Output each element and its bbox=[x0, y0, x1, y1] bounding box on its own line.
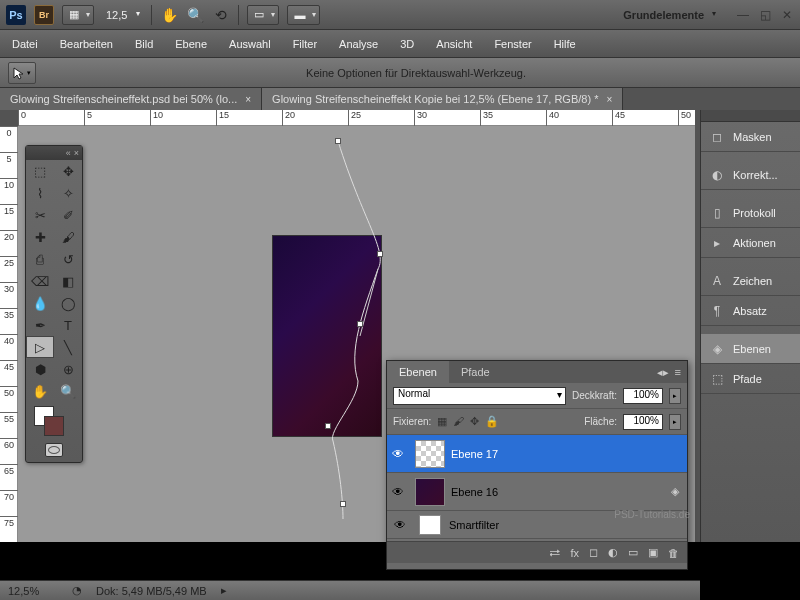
color-swatches[interactable] bbox=[26, 402, 82, 438]
eraser-tool[interactable]: ⌫ bbox=[26, 270, 54, 292]
layers-panel[interactable]: Ebenen Pfade ◂▸≡ Normal Deckkraft: 100% … bbox=[386, 360, 688, 570]
menu-hilfe[interactable]: Hilfe bbox=[554, 38, 576, 50]
tools-panel-header[interactable]: «× bbox=[26, 146, 82, 160]
dock-korrekt[interactable]: ◐Korrekt... bbox=[701, 160, 800, 190]
fill-slider[interactable]: ▸ bbox=[669, 414, 681, 430]
menu-3d[interactable]: 3D bbox=[400, 38, 414, 50]
pen-tool[interactable]: ✒ bbox=[26, 314, 54, 336]
bridge-logo[interactable]: Br bbox=[34, 5, 54, 25]
hand-tool[interactable]: ✋ bbox=[26, 380, 54, 402]
status-info-icon[interactable]: ◔ bbox=[72, 584, 82, 597]
status-menu-icon[interactable]: ▸ bbox=[221, 584, 227, 597]
fill-input[interactable]: 100% bbox=[623, 414, 663, 430]
tab-ebenen[interactable]: Ebenen bbox=[387, 361, 449, 383]
trash-icon[interactable]: 🗑 bbox=[668, 547, 679, 559]
layer-row[interactable]: 👁 Ebene 17 bbox=[387, 435, 687, 473]
anchor-point[interactable] bbox=[325, 423, 331, 429]
menu-filter[interactable]: Filter bbox=[293, 38, 317, 50]
menu-analyse[interactable]: Analyse bbox=[339, 38, 378, 50]
adjustment-icon[interactable]: ◐ bbox=[608, 546, 618, 559]
menu-bearbeiten[interactable]: Bearbeiten bbox=[60, 38, 113, 50]
arrange-dropdown[interactable]: ▭ bbox=[247, 5, 279, 25]
tab-pfade[interactable]: Pfade bbox=[449, 361, 502, 383]
vertical-ruler[interactable]: 0 5 10 15 20 25 30 35 40 45 50 55 60 65 … bbox=[0, 126, 18, 542]
zoom-dropdown[interactable]: 12,5 bbox=[102, 9, 143, 21]
add-mask-icon[interactable]: ◻ bbox=[589, 546, 598, 559]
panel-menu-icon[interactable]: ≡ bbox=[675, 366, 681, 379]
dock-absatz[interactable]: ¶Absatz bbox=[701, 296, 800, 326]
path-select-tool[interactable]: ▷ bbox=[26, 336, 54, 358]
tab-close-icon[interactable]: × bbox=[245, 94, 251, 105]
quickmask-toggle[interactable] bbox=[26, 438, 82, 462]
photoshop-logo[interactable]: Ps bbox=[6, 5, 26, 25]
dock-protokoll[interactable]: ▯Protokoll bbox=[701, 198, 800, 228]
horizontal-ruler[interactable]: 0 5 10 15 20 25 30 35 40 45 50 bbox=[18, 110, 695, 126]
layout-dropdown[interactable]: ▦ bbox=[62, 5, 94, 25]
line-tool[interactable]: ╲ bbox=[54, 336, 82, 358]
3d-camera-tool[interactable]: ⊕ bbox=[54, 358, 82, 380]
lock-position-icon[interactable]: ✥ bbox=[470, 415, 479, 428]
history-tool[interactable]: ↺ bbox=[54, 248, 82, 270]
hand-icon[interactable]: ✋ bbox=[160, 6, 178, 24]
filter-mask-thumb[interactable] bbox=[419, 515, 441, 535]
lock-pixels-icon[interactable]: 🖌 bbox=[453, 415, 464, 428]
tab-close-icon[interactable]: × bbox=[606, 94, 612, 105]
current-tool-picker[interactable] bbox=[8, 62, 36, 84]
zoom-tool[interactable]: 🔍 bbox=[54, 380, 82, 402]
dock-grip[interactable] bbox=[701, 110, 800, 122]
gradient-tool[interactable]: ◧ bbox=[54, 270, 82, 292]
opacity-input[interactable]: 100% bbox=[623, 388, 663, 404]
new-layer-icon[interactable]: ▣ bbox=[648, 546, 658, 559]
status-zoom[interactable]: 12,5% bbox=[8, 585, 58, 597]
layer-name[interactable]: Ebene 17 bbox=[451, 448, 687, 460]
brush-tool[interactable]: 🖌 bbox=[54, 226, 82, 248]
dock-zeichen[interactable]: AZeichen bbox=[701, 266, 800, 296]
layer-thumbnail[interactable] bbox=[415, 440, 445, 468]
blur-tool[interactable]: 💧 bbox=[26, 292, 54, 314]
crop-tool[interactable]: ✂ bbox=[26, 204, 54, 226]
group-icon[interactable]: ▭ bbox=[628, 546, 638, 559]
menu-datei[interactable]: Datei bbox=[12, 38, 38, 50]
lock-transparency-icon[interactable]: ▦ bbox=[437, 415, 447, 428]
menu-ansicht[interactable]: Ansicht bbox=[436, 38, 472, 50]
wand-tool[interactable]: ✧ bbox=[54, 182, 82, 204]
layer-thumbnail[interactable] bbox=[415, 478, 445, 506]
anchor-point[interactable] bbox=[340, 501, 346, 507]
dock-masken[interactable]: ◻Masken bbox=[701, 122, 800, 152]
layer-row[interactable]: 👁 Ebene 16 ◈ bbox=[387, 473, 687, 511]
anchor-point[interactable] bbox=[377, 251, 383, 257]
blend-mode-dropdown[interactable]: Normal bbox=[393, 387, 566, 405]
dock-ebenen[interactable]: ◈Ebenen bbox=[701, 334, 800, 364]
zoom-icon[interactable]: 🔍 bbox=[186, 6, 204, 24]
3d-tool[interactable]: ⬢ bbox=[26, 358, 54, 380]
link-layers-icon[interactable]: ⮂ bbox=[549, 547, 560, 559]
lasso-tool[interactable]: ⌇ bbox=[26, 182, 54, 204]
move-tool[interactable]: ✥ bbox=[54, 160, 82, 182]
eyedropper-tool[interactable]: ✐ bbox=[54, 204, 82, 226]
workspace-switcher[interactable]: Grundelemente bbox=[623, 9, 718, 21]
menu-bild[interactable]: Bild bbox=[135, 38, 153, 50]
fx-icon[interactable]: fx bbox=[570, 547, 579, 559]
visibility-icon[interactable]: 👁 bbox=[389, 518, 411, 532]
anchor-point[interactable] bbox=[357, 321, 363, 327]
panel-collapse-icon[interactable]: ◂▸ bbox=[657, 366, 669, 379]
marquee-tool[interactable]: ⬚ bbox=[26, 160, 54, 182]
menu-auswahl[interactable]: Auswahl bbox=[229, 38, 271, 50]
screen-dropdown[interactable]: ▬ bbox=[287, 5, 320, 25]
anchor-point[interactable] bbox=[335, 138, 341, 144]
visibility-icon[interactable]: 👁 bbox=[387, 447, 409, 461]
dodge-tool[interactable]: ◯ bbox=[54, 292, 82, 314]
restore-icon[interactable]: ◱ bbox=[758, 8, 772, 22]
minimize-icon[interactable]: — bbox=[736, 8, 750, 22]
layer-list[interactable]: 👁 Ebene 17 👁 Ebene 16 ◈ 👁 Smartfilter 👁 … bbox=[387, 435, 687, 541]
dock-aktionen[interactable]: ▸Aktionen bbox=[701, 228, 800, 258]
visibility-icon[interactable]: 👁 bbox=[387, 485, 409, 499]
layer-name[interactable]: Ebene 16 bbox=[451, 486, 663, 498]
menu-ebene[interactable]: Ebene bbox=[175, 38, 207, 50]
heal-tool[interactable]: ✚ bbox=[26, 226, 54, 248]
close-icon[interactable]: × bbox=[74, 148, 79, 158]
type-tool[interactable]: T bbox=[54, 314, 82, 336]
opacity-slider[interactable]: ▸ bbox=[669, 388, 681, 404]
collapse-icon[interactable]: « bbox=[66, 148, 71, 158]
background-color[interactable] bbox=[44, 416, 64, 436]
